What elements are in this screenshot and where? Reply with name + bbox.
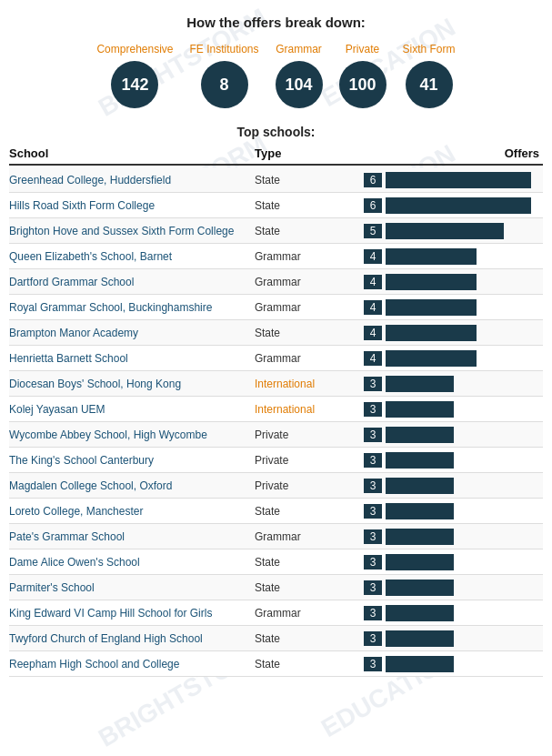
header-school: School [9, 146, 255, 160]
bar-container: 4 [364, 299, 543, 316]
table-body: Greenhead College, Huddersfield State 6 … [9, 167, 543, 677]
offers-number: 3 [364, 479, 382, 493]
school-type: Grammar [255, 250, 364, 263]
category-circle: 41 [406, 61, 453, 108]
school-type: Private [255, 479, 364, 492]
bar-fill [386, 274, 477, 290]
bar-container: 4 [364, 274, 543, 290]
category-label: Private [346, 43, 379, 55]
table-row: Dartford Grammar School Grammar 4 [9, 269, 543, 295]
bar-fill [386, 656, 454, 672]
table-row: Queen Elizabeth's School, Barnet Grammar… [9, 244, 543, 269]
bar-fill [386, 172, 531, 188]
school-name: Dartford Grammar School [9, 276, 255, 288]
bar-container: 3 [364, 656, 543, 672]
category-circle: 100 [339, 61, 386, 108]
bar-container: 5 [364, 223, 543, 239]
school-type: State [255, 632, 364, 645]
school-name: The King's School Canterbury [9, 454, 255, 467]
school-offers: 4 [364, 350, 543, 367]
school-offers: 3 [364, 401, 543, 418]
table-row: Dame Alice Owen's School State 3 [9, 549, 543, 575]
school-name: King Edward VI Camp Hill School for Girl… [9, 607, 255, 620]
category-label: Sixth Form [403, 43, 456, 55]
offers-number: 4 [364, 300, 382, 315]
school-name: Dame Alice Owen's School [9, 556, 255, 569]
table-header: School Type Offers [9, 146, 543, 166]
bar-container: 3 [364, 503, 543, 519]
offers-number: 3 [364, 529, 382, 544]
category-circle: 8 [201, 61, 248, 108]
school-type: Grammar [255, 276, 364, 288]
school-type: International [255, 378, 364, 390]
school-offers: 3 [364, 656, 543, 672]
offers-number: 4 [364, 275, 382, 289]
bar-container: 3 [364, 452, 543, 469]
bar-fill [386, 503, 454, 519]
school-offers: 6 [364, 172, 543, 188]
bar-container: 4 [364, 325, 543, 341]
school-name: Hills Road Sixth Form College [9, 199, 255, 212]
bar-container: 3 [364, 529, 543, 545]
school-type: State [255, 174, 364, 186]
school-type: State [255, 327, 364, 339]
category-circle: 104 [276, 61, 323, 108]
school-name: Greenhead College, Huddersfield [9, 174, 255, 186]
table-row: Loreto College, Manchester State 3 [9, 499, 543, 524]
categories-section: Comprehensive 142 FE Institutions 8 Gram… [9, 43, 543, 108]
school-name: Henrietta Barnett School [9, 352, 255, 365]
school-offers: 3 [364, 452, 543, 469]
bar-container: 4 [364, 350, 543, 367]
header-offers: Offers [364, 146, 543, 160]
table-row: Brighton Hove and Sussex Sixth Form Coll… [9, 218, 543, 244]
school-type: State [255, 556, 364, 569]
offers-number: 6 [364, 173, 382, 187]
table-row: Reepham High School and College State 3 [9, 651, 543, 677]
school-name: Kolej Yayasan UEM [9, 403, 255, 416]
bar-container: 3 [364, 554, 543, 570]
bar-container: 3 [364, 605, 543, 621]
school-offers: 4 [364, 299, 543, 316]
school-name: Brighton Hove and Sussex Sixth Form Coll… [9, 225, 255, 237]
offers-number: 5 [364, 224, 382, 238]
offers-number: 3 [364, 657, 382, 671]
school-offers: 3 [364, 427, 543, 443]
school-offers: 6 [364, 197, 543, 214]
table-row: Greenhead College, Huddersfield State 6 [9, 167, 543, 193]
category-label: FE Institutions [190, 43, 259, 55]
offers-number: 4 [364, 249, 382, 264]
school-offers: 3 [364, 478, 543, 494]
offers-number: 3 [364, 606, 382, 620]
offers-number: 4 [364, 326, 382, 340]
offers-number: 4 [364, 351, 382, 366]
offers-number: 6 [364, 198, 382, 213]
school-name: Queen Elizabeth's School, Barnet [9, 250, 255, 263]
school-type: State [255, 581, 364, 594]
school-type: Grammar [255, 352, 364, 365]
schools-table: School Type Offers Greenhead College, Hu… [9, 146, 543, 677]
table-row: Kolej Yayasan UEM International 3 [9, 397, 543, 422]
school-type: State [255, 225, 364, 237]
school-name: Parmiter's School [9, 581, 255, 594]
school-offers: 3 [364, 376, 543, 392]
bar-fill [386, 325, 477, 341]
offers-number: 3 [364, 631, 382, 646]
bar-fill [386, 248, 477, 265]
school-type: Private [255, 454, 364, 467]
category-item: Private 100 [339, 43, 386, 108]
school-name: Wycombe Abbey School, High Wycombe [9, 428, 255, 441]
school-name: Royal Grammar School, Buckinghamshire [9, 301, 255, 314]
bar-container: 3 [364, 376, 543, 392]
offers-number: 3 [364, 555, 382, 570]
category-circle: 142 [111, 61, 158, 108]
bar-fill [386, 376, 454, 392]
header-type: Type [255, 146, 364, 160]
bar-container: 6 [364, 197, 543, 214]
offers-number: 3 [364, 580, 382, 595]
school-offers: 3 [364, 630, 543, 647]
bar-container: 3 [364, 401, 543, 418]
offers-number: 3 [364, 428, 382, 442]
offers-number: 3 [364, 402, 382, 417]
school-offers: 3 [364, 580, 543, 596]
bar-fill [386, 401, 454, 418]
